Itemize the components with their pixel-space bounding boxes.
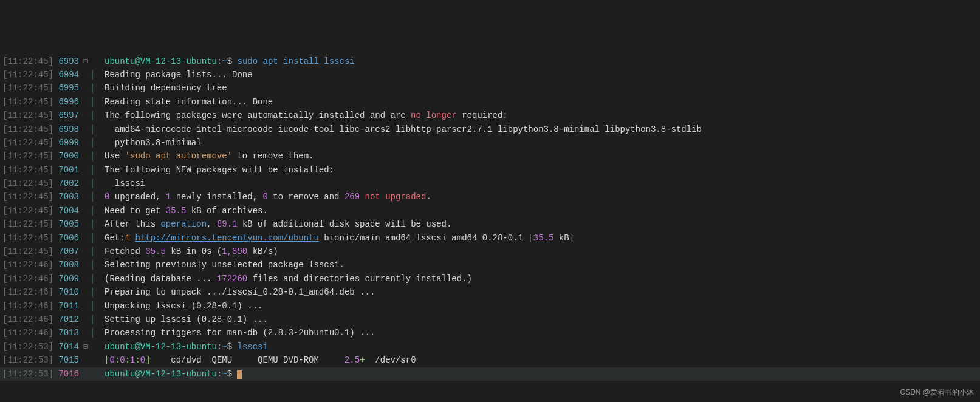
- text-segment: 89.1: [217, 219, 238, 229]
- timestamp: [11:22:45]: [2, 81, 53, 95]
- text-segment: not upgraded: [365, 192, 427, 202]
- text-segment: no longer: [411, 111, 457, 120]
- terminal-line: [11:22:53] 7014⊟ubuntu@VM-12-13-ubuntu:~…: [0, 340, 980, 353]
- line-content: Get:1 http://mirrors.tencentyun.com/ubun…: [96, 231, 574, 245]
- text-segment: 35.5: [166, 206, 187, 216]
- text-segment: kB of additional disk space will be used…: [237, 219, 451, 229]
- fold-icon: [81, 109, 90, 122]
- text-segment: +: [360, 355, 365, 365]
- fold-icon[interactable]: ⊟: [81, 340, 90, 353]
- terminal-line: [11:22:45] 7000 │Use 'sudo apt autoremov…: [0, 149, 980, 163]
- timestamp: [11:22:45]: [2, 163, 53, 177]
- fold-icon: [81, 258, 90, 271]
- text-segment: :: [217, 56, 222, 66]
- text-segment: $: [227, 56, 238, 66]
- fold-icon: [81, 177, 90, 190]
- timestamp: [11:22:53]: [2, 340, 53, 353]
- terminal-line: [11:22:46] 7010 │Preparing to unpack ...…: [0, 285, 980, 299]
- line-content: ubuntu@VM-12-13-ubuntu:~$ lsscsi: [96, 340, 268, 353]
- line-number: 7007: [53, 245, 81, 258]
- terminal-line: [11:22:45] 7002 │ lsscsi: [0, 177, 980, 190]
- text-segment: 269: [344, 192, 360, 202]
- text-segment: upgraded,: [109, 192, 165, 202]
- terminal-line: [11:22:53] 7016 ubuntu@VM-12-13-ubuntu:~…: [0, 367, 980, 381]
- fold-icon: [81, 81, 90, 95]
- line-number: 6998: [53, 123, 81, 136]
- indent-guide: [90, 353, 96, 367]
- text-segment: :: [135, 355, 140, 365]
- terminal-output[interactable]: [11:22:45] 6993⊟ubuntu@VM-12-13-ubuntu:~…: [0, 55, 980, 381]
- text-segment: amd64-microcode intel-microcode iucode-t…: [105, 124, 702, 134]
- terminal-line: [11:22:45] 7001 │The following NEW packa…: [0, 163, 980, 177]
- text-segment: ~: [222, 342, 227, 352]
- text-segment: Selecting previously unselected package …: [105, 260, 344, 270]
- timestamp: [11:22:53]: [2, 367, 53, 381]
- terminal-line: [11:22:45] 6998 │ amd64-microcode intel-…: [0, 123, 980, 136]
- fold-icon: [81, 190, 90, 203]
- timestamp: [11:22:45]: [2, 123, 53, 136]
- text-segment: sudo apt install lsscsi: [237, 56, 354, 66]
- line-number: 7013: [53, 326, 81, 339]
- timestamp: [11:22:45]: [2, 149, 53, 163]
- indent-guide: │: [90, 285, 96, 299]
- text-segment: $: [227, 342, 238, 352]
- text-segment: Preparing to unpack .../lsscsi_0.28-0.1_…: [105, 287, 375, 297]
- line-number: 6994: [53, 68, 81, 81]
- indent-guide: │: [90, 258, 96, 271]
- terminal-line: [11:22:45] 7004 │Need to get 35.5 kB of …: [0, 204, 980, 217]
- text-segment: http://mirrors.tencentyun.com/ubuntu: [135, 233, 318, 243]
- text-segment: Building dependency tree: [105, 83, 227, 93]
- fold-icon: [81, 123, 90, 136]
- line-number: 7000: [53, 149, 81, 163]
- timestamp: [11:22:46]: [2, 272, 53, 285]
- text-segment: ,: [207, 219, 217, 229]
- indent-guide: │: [90, 109, 96, 122]
- line-content: Setting up lsscsi (0.28-0.1) ...: [96, 313, 268, 326]
- indent-guide: │: [90, 204, 96, 217]
- timestamp: [11:22:45]: [2, 231, 53, 245]
- text-segment: :: [115, 355, 120, 365]
- terminal-line: [11:22:46] 7009 │(Reading database ... 1…: [0, 272, 980, 285]
- text-segment: python3.8-minimal: [105, 138, 202, 148]
- text-segment: 0: [262, 192, 267, 202]
- indent-guide: │: [90, 81, 96, 95]
- text-segment: Reading package lists... Done: [105, 70, 253, 80]
- text-segment: (Reading database ...: [105, 274, 217, 284]
- text-segment: ~: [222, 369, 227, 379]
- line-number: 7011: [53, 299, 81, 313]
- indent-guide: │: [90, 245, 96, 258]
- indent-guide: [90, 367, 96, 381]
- line-number: 7002: [53, 177, 81, 190]
- indent-guide: │: [90, 272, 96, 285]
- text-segment: Unpacking lsscsi (0.28-0.1) ...: [105, 301, 262, 311]
- line-content: 0 upgraded, 1 newly installed, 0 to remo…: [96, 190, 431, 203]
- text-segment: kB in 0s (: [166, 247, 222, 256]
- terminal-line: [11:22:46] 7012 │Setting up lsscsi (0.28…: [0, 313, 980, 326]
- terminal-line: [11:22:45] 6994 │Reading package lists..…: [0, 68, 980, 81]
- line-number: 7015: [53, 353, 81, 367]
- fold-icon: [81, 204, 90, 217]
- terminal-line: [11:22:45] 6997 │The following packages …: [0, 109, 980, 122]
- terminal-line: [11:22:45] 6993⊟ubuntu@VM-12-13-ubuntu:~…: [0, 55, 980, 68]
- line-number: 6993: [53, 55, 81, 68]
- text-segment: 35.5: [533, 233, 554, 243]
- timestamp: [11:22:45]: [2, 217, 53, 231]
- terminal-line: [11:22:46] 7008 │Selecting previously un…: [0, 258, 980, 271]
- fold-icon: [81, 149, 90, 163]
- fold-icon: [81, 326, 90, 339]
- timestamp: [11:22:45]: [2, 55, 53, 68]
- fold-icon: [81, 367, 90, 381]
- indent-guide: │: [90, 231, 96, 245]
- line-number: 7006: [53, 231, 81, 245]
- line-content: amd64-microcode intel-microcode iucode-t…: [96, 123, 702, 136]
- line-number: 7009: [53, 272, 81, 285]
- text-segment: :: [125, 355, 130, 365]
- fold-icon[interactable]: ⊟: [81, 55, 90, 68]
- line-number: 7010: [53, 285, 81, 299]
- text-segment: 1,890: [222, 247, 247, 256]
- terminal-line: [11:22:45] 7005 │After this operation, 8…: [0, 217, 980, 231]
- line-number: 6999: [53, 136, 81, 149]
- text-segment: files and directories currently installe…: [247, 274, 472, 284]
- line-content: Processing triggers for man-db (2.8.3-2u…: [96, 326, 375, 339]
- text-segment: 35.5: [145, 247, 166, 256]
